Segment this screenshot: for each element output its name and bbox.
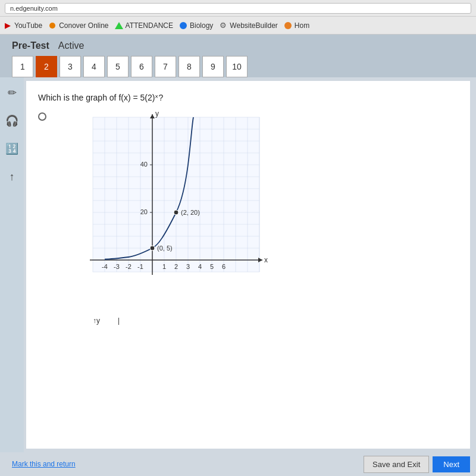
- question-num-8[interactable]: 8: [178, 56, 200, 77]
- reference-tool[interactable]: ↑: [2, 167, 21, 186]
- svg-text:20: 20: [140, 208, 148, 215]
- svg-point-48: [150, 246, 155, 250]
- pre-test-label: Pre-Test: [12, 40, 49, 51]
- svg-text:40: 40: [140, 161, 148, 168]
- pre-test-header: Pre-Test Active: [12, 40, 464, 51]
- svg-text:6: 6: [222, 263, 226, 270]
- websitebuilder-icon: ⚙: [219, 21, 227, 30]
- bookmark-conover[interactable]: Conover Online: [48, 21, 108, 30]
- svg-text:2: 2: [174, 263, 178, 270]
- question-num-2[interactable]: 2: [36, 56, 57, 77]
- svg-text:1: 1: [162, 263, 166, 270]
- question-num-10[interactable]: 10: [226, 56, 248, 77]
- bookmark-biology[interactable]: Biology: [179, 21, 213, 30]
- bookmark-youtube-label: YouTube: [14, 21, 42, 30]
- second-graph-y-label: ↑y: [93, 317, 100, 325]
- youtube-icon: ▶: [4, 21, 12, 30]
- attendance-icon: [115, 21, 123, 30]
- question-num-9[interactable]: 9: [202, 56, 224, 77]
- svg-marker-30: [150, 114, 155, 118]
- question-text: Which is the graph of f(x) = 5(2)ˣ?: [38, 93, 458, 102]
- answer-choice-1[interactable]: -4 -3 -2 -1 1 2 3 4 5 6 x: [38, 111, 458, 325]
- question-numbers: 1 2 3 4 5 6 7 8 9 10: [12, 56, 464, 77]
- content-area: ✏ 🎧 🔢 ↑ Which is the graph of f(x) = 5(2…: [0, 77, 476, 452]
- question-num-6[interactable]: 6: [131, 56, 152, 77]
- question-panel: Which is the graph of f(x) = 5(2)ˣ?: [26, 81, 470, 449]
- graph-container: -4 -3 -2 -1 1 2 3 4 5 6 x: [57, 111, 283, 325]
- url-bar[interactable]: n.edgenuity.com: [5, 3, 471, 14]
- svg-text:(0, 5): (0, 5): [157, 245, 173, 252]
- mark-return-link[interactable]: Mark this and return: [12, 460, 76, 468]
- svg-text:-1: -1: [137, 263, 143, 270]
- svg-text:y: y: [155, 109, 159, 118]
- radio-button-1[interactable]: [38, 112, 46, 121]
- side-tools: ✏ 🎧 🔢 ↑: [0, 77, 24, 452]
- main-content: Pre-Test Active 1 2 3 4 5 6 7 8 9 10 ✏ 🎧…: [0, 35, 476, 476]
- graph-svg: -4 -3 -2 -1 1 2 3 4 5 6 x: [57, 111, 283, 314]
- bookmark-home-label: Hom: [295, 21, 309, 30]
- calculator-tool[interactable]: 🔢: [2, 139, 21, 158]
- svg-point-50: [174, 210, 178, 215]
- question-num-7[interactable]: 7: [155, 56, 176, 77]
- biology-icon: [179, 21, 187, 30]
- headphones-tool[interactable]: 🎧: [2, 111, 21, 130]
- conover-icon: [48, 21, 57, 30]
- pencil-tool[interactable]: ✏: [2, 83, 21, 102]
- second-graph-line: |: [118, 317, 120, 325]
- question-num-3[interactable]: 3: [60, 56, 81, 77]
- question-num-4[interactable]: 4: [83, 56, 105, 77]
- question-num-1[interactable]: 1: [12, 56, 33, 77]
- bookmark-websitebuilder[interactable]: ⚙ WebsiteBuilder: [219, 21, 277, 30]
- svg-text:-4: -4: [102, 263, 108, 270]
- bookmarks-bar: ▶ YouTube Conover Online ATTENDANCE Biol…: [0, 17, 476, 35]
- question-num-5[interactable]: 5: [107, 56, 129, 77]
- bookmark-attendance-label: ATTENDANCE: [126, 21, 173, 30]
- svg-marker-29: [258, 258, 262, 262]
- bottom-bar: Mark this and return Save and Exit Next: [0, 452, 476, 476]
- nav-area: Pre-Test Active 1 2 3 4 5 6 7 8 9 10: [0, 35, 476, 77]
- save-exit-button[interactable]: Save and Exit: [364, 456, 429, 473]
- svg-text:5: 5: [210, 263, 214, 270]
- bookmark-biology-label: Biology: [190, 21, 213, 30]
- svg-text:-2: -2: [126, 263, 131, 270]
- home-icon: [284, 21, 292, 30]
- svg-text:-3: -3: [114, 263, 120, 270]
- svg-text:x: x: [264, 256, 268, 264]
- bookmark-home[interactable]: Hom: [284, 21, 309, 30]
- browser-bar: n.edgenuity.com: [0, 0, 476, 17]
- svg-text:(2, 20): (2, 20): [181, 209, 200, 216]
- bookmark-attendance[interactable]: ATTENDANCE: [115, 21, 173, 30]
- svg-text:4: 4: [198, 263, 202, 270]
- active-label: Active: [58, 40, 84, 51]
- next-button[interactable]: Next: [433, 456, 470, 472]
- svg-text:3: 3: [186, 263, 190, 270]
- bookmark-conover-label: Conover Online: [59, 21, 108, 30]
- bookmark-websitebuilder-label: WebsiteBuilder: [230, 21, 277, 30]
- bookmark-youtube[interactable]: ▶ YouTube: [4, 21, 42, 30]
